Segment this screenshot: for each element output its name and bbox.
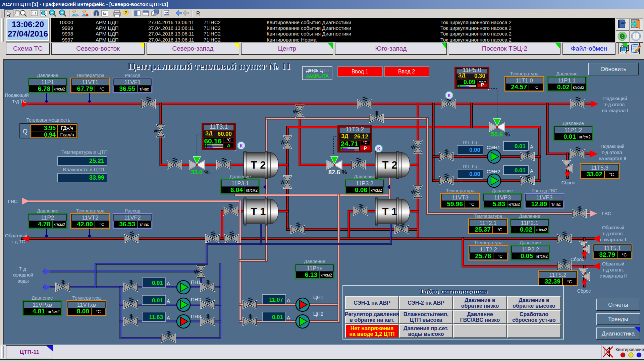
svg-text:кг/см2: кг/см2 — [48, 309, 60, 314]
svg-text:ЗАКРЫТА: ЗАКРЫТА — [306, 73, 329, 79]
svg-text:25.37: 25.37 — [475, 226, 491, 233]
svg-text:25.21: 25.21 — [89, 158, 104, 164]
svg-text:Подающий: Подающий — [600, 144, 624, 149]
svg-text:11Р1: 11Р1 — [41, 79, 54, 85]
svg-text:Температура: Температура — [76, 208, 105, 214]
svg-text:33.0 %: 33.0 % — [191, 169, 210, 176]
svg-text:ЦТП высока: ЦТП высока — [410, 317, 442, 323]
svg-text:обратке низко: обратке низко — [461, 303, 499, 309]
svg-text:ГВС/ХВС низко: ГВС/ХВС низко — [460, 317, 500, 323]
svg-text:Р: Р — [481, 82, 484, 87]
svg-text:кг/см2: кг/см2 — [371, 188, 382, 193]
svg-text:А: А — [287, 298, 290, 303]
svg-text:0.02: 0.02 — [557, 83, 570, 90]
svg-text:ПН1: ПН1 — [191, 279, 201, 285]
svg-text:Дверь ЦТП: Дверь ЦТП — [306, 68, 328, 73]
svg-text:ЦН1: ЦН1 — [313, 294, 323, 300]
svg-text:11.63: 11.63 — [149, 314, 163, 320]
svg-text:0.02: 0.02 — [520, 226, 532, 233]
svg-text:11VРхв: 11VРхв — [33, 302, 52, 308]
svg-text:Давление: Давление — [519, 214, 540, 219]
svg-text:Гкал/ч: Гкал/ч — [60, 132, 74, 137]
svg-text:32.39: 32.39 — [544, 278, 560, 285]
svg-text:холодной: холодной — [12, 272, 33, 278]
svg-text:°С: °С — [226, 138, 231, 142]
svg-text:СЭН1: СЭН1 — [487, 144, 500, 150]
svg-text:11VP3: 11VP3 — [494, 194, 511, 201]
svg-text:0.01: 0.01 — [152, 297, 163, 304]
svg-text:ГДж/ч: ГДж/ч — [61, 125, 73, 131]
svg-text:кг/см2: кг/см2 — [579, 135, 591, 139]
svg-text:Т-д: Т-д — [19, 266, 26, 272]
svg-text:т-д отопл.: т-д отопл. — [602, 231, 624, 236]
svg-text:Р: Р — [364, 145, 367, 151]
svg-text:11VF3: 11VF3 — [536, 194, 553, 201]
svg-text:67.79: 67.79 — [77, 85, 93, 92]
svg-text:Давление: Давление — [229, 174, 251, 179]
svg-text:кг/см2: кг/см2 — [536, 254, 548, 259]
svg-text:3.95: 3.95 — [44, 125, 56, 131]
svg-text:Давление в: Давление в — [465, 297, 495, 303]
svg-text:кг/см2: кг/см2 — [321, 273, 332, 278]
svg-text:Сброс: Сброс — [571, 257, 584, 262]
svg-text:0.06: 0.06 — [355, 186, 367, 193]
svg-text:11VТхв: 11VТхв — [77, 302, 96, 308]
svg-text:12.89: 12.89 — [531, 200, 547, 207]
svg-text:25.78: 25.78 — [475, 252, 491, 259]
svg-text:Подающий: Подающий — [5, 93, 29, 98]
svg-text:на квартал I: на квартал I — [602, 108, 628, 113]
svg-text:К: К — [239, 143, 243, 148]
svg-text:8.00: 8.00 — [77, 308, 89, 315]
svg-text:11Р1.2: 11Р1.2 — [565, 127, 582, 133]
svg-text:А: А — [287, 315, 290, 320]
svg-text:32.79: 32.79 — [599, 251, 615, 258]
svg-text:ЦН2: ЦН2 — [313, 311, 323, 317]
svg-text:т-д отопл.: т-д отопл. — [604, 102, 626, 107]
svg-text:Давление: Давление — [304, 259, 325, 264]
svg-text:Q: Q — [23, 128, 28, 135]
svg-text:кг/см2: кг/см2 — [54, 87, 65, 92]
svg-text:СЭН-1 на АВР: СЭН-1 на АВР — [354, 300, 390, 306]
svg-text:33.99: 33.99 — [89, 174, 104, 181]
svg-text:кг/см2: кг/см2 — [246, 188, 258, 193]
svg-text:воды высоко: воды высоко — [408, 331, 444, 337]
svg-text:А: А — [167, 315, 170, 320]
svg-text:Отчёты: Отчёты — [608, 302, 628, 308]
svg-text:°С: °С — [363, 140, 368, 145]
svg-text:Сброс: Сброс — [561, 180, 575, 185]
svg-text:42.00: 42.00 — [77, 221, 93, 228]
svg-text:т/час: т/час — [140, 222, 149, 227]
svg-text:Давление: Давление — [492, 188, 513, 193]
svg-text:Т 2: Т 2 — [382, 159, 397, 171]
svg-text:50.6 %: 50.6 % — [491, 131, 510, 138]
svg-text:Температура в ЦТП: Температура в ЦТП — [61, 149, 108, 155]
svg-text:24.57: 24.57 — [511, 83, 527, 90]
svg-text:т-д отопл.: т-д отопл. — [602, 150, 623, 155]
svg-text:Обратный: Обратный — [602, 261, 624, 266]
svg-text:кг/см2: кг/см2 — [508, 202, 520, 207]
svg-text:т-д ТС: т-д ТС — [11, 239, 25, 244]
svg-text:11Т3.2: 11Т3.2 — [346, 126, 364, 133]
svg-text:11Рпн: 11Рпн — [307, 265, 323, 272]
svg-text:11VT1: 11VT1 — [82, 79, 99, 85]
svg-text:11Т2.2: 11Т2.2 — [480, 246, 497, 253]
svg-text:°С: °С — [100, 222, 105, 227]
svg-text:А: А — [530, 144, 533, 149]
svg-text:0.01: 0.01 — [515, 143, 526, 149]
svg-text:11VF2: 11VF2 — [124, 215, 141, 221]
svg-text:°С: °С — [96, 309, 101, 314]
svg-text:Давление: Давление — [37, 208, 58, 214]
svg-text:11Т1.0: 11Т1.0 — [516, 77, 533, 84]
svg-text:в обратке на авт.: в обратке на авт. — [350, 317, 394, 323]
svg-text:60.16: 60.16 — [204, 137, 222, 145]
svg-text:0.01: 0.01 — [564, 133, 576, 140]
svg-text:с квартала I: с квартала I — [600, 237, 626, 242]
svg-text:Нет напряжения: Нет напряжения — [351, 325, 394, 331]
svg-text:5.83: 5.83 — [493, 200, 505, 207]
svg-text:4.81: 4.81 — [33, 308, 45, 315]
svg-text:Давление: Давление — [37, 73, 58, 78]
svg-text:11Р2.2: 11Р2.2 — [522, 246, 539, 253]
svg-text:26.12: 26.12 — [354, 133, 368, 140]
svg-text:т-д ТС: т-д ТС — [12, 99, 26, 104]
svg-text:Т 1: Т 1 — [251, 206, 266, 218]
